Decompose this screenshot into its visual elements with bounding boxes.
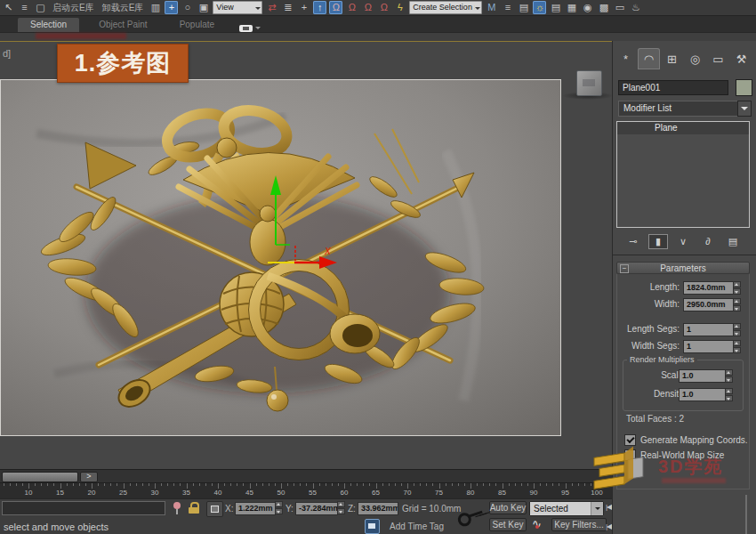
pin-icon[interactable] [173, 502, 181, 514]
real-world-row[interactable]: Real-World Map Size [624, 449, 724, 461]
remove-modifier-icon[interactable]: ∂ [698, 234, 718, 249]
density-spinner[interactable] [725, 388, 733, 401]
next-frame-button[interactable]: > [80, 472, 98, 482]
density-field[interactable]: 1.0 [679, 388, 726, 401]
width-segs-spinner[interactable] [733, 340, 741, 353]
ruler-tick [489, 483, 490, 486]
ruler-frame-label: 30 [151, 489, 159, 497]
default-in-out-tangents-icon[interactable]: ∿ [532, 517, 542, 530]
stack-item-plane[interactable]: Plane [617, 122, 749, 134]
auto-key-button[interactable]: Auto Key [489, 501, 527, 514]
select-and-move-icon[interactable]: + [165, 1, 178, 14]
snaps-toggle-icon[interactable]: Ω [329, 1, 342, 14]
show-end-result-icon[interactable]: ▮ [648, 234, 668, 249]
tab-hierarchy[interactable]: ⊞ [661, 48, 683, 69]
mirror-tool-icon[interactable]: M [485, 1, 498, 14]
perspective-viewport[interactable]: d] [0, 41, 612, 469]
named-selection-combo[interactable]: Create Selection Se [409, 1, 482, 14]
render-setup-icon[interactable]: ▩ [597, 1, 610, 14]
maxscript-mini-listener[interactable] [2, 501, 165, 515]
modifier-list-arrow-button[interactable] [737, 101, 752, 117]
modifier-list-dropdown[interactable]: Modifier List [618, 101, 743, 117]
pin-stack-icon[interactable]: ⊸ [623, 234, 643, 249]
named-sets-lightning-icon[interactable]: ϟ [393, 1, 406, 14]
add-time-tag[interactable]: Add Time Tag [390, 522, 444, 531]
tab-object-paint[interactable]: Object Paint [86, 18, 159, 32]
align-icon[interactable]: ≡ [501, 1, 514, 14]
keyboard-override-icon[interactable] [365, 519, 380, 534]
selection-menu-icon[interactable]: ≡ [18, 1, 31, 14]
width-field[interactable]: 2950.0mm [683, 298, 734, 312]
key-filters-button[interactable]: Key Filters... [551, 518, 607, 531]
width-spinner[interactable] [733, 298, 741, 312]
light-toggle-icon[interactable]: ☼ [533, 1, 546, 14]
length-spinner[interactable] [733, 281, 741, 295]
scale-field[interactable]: 1.0 [679, 369, 726, 383]
tab-modify[interactable]: ◠ [638, 48, 660, 69]
spinner-snap-icon[interactable]: Ω [377, 1, 390, 14]
time-slider-track[interactable]: > [0, 469, 612, 483]
schematic-view-icon[interactable]: ▦ [565, 1, 578, 14]
previous-frame-icon[interactable]: |◀ [606, 503, 611, 511]
select-and-scale-icon[interactable]: ▣ [197, 1, 210, 14]
set-keys-button[interactable] [455, 501, 486, 531]
make-unique-icon[interactable]: ∨ [673, 234, 693, 249]
dropdown-button[interactable] [591, 502, 603, 515]
z-coord-field[interactable]: 33.962mm [358, 502, 398, 515]
angle-snap-icon[interactable]: Ω [345, 1, 358, 14]
tab-utilities[interactable]: ⚒ [730, 48, 752, 69]
real-world-checkbox[interactable] [624, 449, 636, 461]
select-object-icon[interactable]: ↖ [2, 1, 15, 14]
object-name-field[interactable]: Plane001 [618, 80, 728, 95]
tab-selection[interactable]: Selection [18, 18, 79, 32]
time-slider-handle[interactable] [2, 472, 78, 482]
absolute-mode-toggle-icon[interactable] [206, 501, 223, 517]
time-ruler[interactable]: 101520253035404550556065707580859095100 [0, 483, 612, 499]
launch-cloud-library-button[interactable]: 启动云E库 [50, 1, 97, 14]
tab-motion[interactable]: ◎ [684, 48, 706, 69]
scale-spinner[interactable] [725, 369, 733, 383]
graphite-toggle-icon[interactable]: ↑ [313, 1, 326, 14]
previous-key-icon[interactable]: |◀ [606, 522, 611, 530]
selection-lock-icon[interactable] [189, 502, 199, 514]
mirror-icon[interactable]: ⇄ [265, 1, 278, 14]
generate-mapping-row[interactable]: Generate Mapping Coords. [624, 434, 748, 446]
key-set-dropdown[interactable]: Selected [529, 501, 604, 516]
tab-create[interactable]: * [615, 48, 637, 69]
y-coord-field[interactable]: -37.284mm [295, 502, 338, 515]
parameters-rollout-header[interactable]: − Parameters [616, 262, 750, 274]
layer-manager-icon[interactable]: ≣ [281, 1, 294, 14]
ruler-tick [230, 483, 231, 486]
curve-editor-icon[interactable]: ▤ [549, 1, 562, 14]
length-segs-field[interactable]: 1 [683, 323, 734, 336]
tab-populate[interactable]: Populate [167, 18, 227, 32]
y-spinner[interactable] [337, 501, 345, 514]
scene-explorer-icon[interactable]: ▤ [517, 1, 530, 14]
tab-display[interactable]: ▭ [707, 48, 729, 69]
configure-modifier-sets-icon[interactable]: ▤ [723, 234, 743, 249]
object-color-swatch[interactable] [736, 79, 752, 96]
viewport-label-fragment[interactable]: d] [3, 48, 11, 59]
selection-filter-icon[interactable]: ▥ [149, 1, 162, 14]
generate-mapping-checkbox[interactable] [624, 434, 636, 446]
select-and-rotate-icon[interactable]: ○ [181, 1, 194, 14]
x-coord-field[interactable]: 1.222mm [235, 502, 276, 515]
ribbon-minimize-control[interactable] [239, 24, 261, 32]
length-field[interactable]: 1824.0mm [683, 281, 734, 295]
ruler-tick [199, 483, 200, 486]
reference-coordinate-dropdown[interactable]: View [213, 1, 262, 14]
rectangular-selection-icon[interactable]: ▢ [34, 1, 47, 14]
x-spinner[interactable] [275, 501, 283, 514]
unload-cloud-library-button[interactable]: 卸载云E库 [100, 1, 147, 14]
material-editor-icon[interactable]: ◉ [581, 1, 594, 14]
modifier-stack[interactable]: Plane [616, 121, 750, 228]
render-icon[interactable]: ♨ [629, 1, 642, 14]
percent-snap-icon[interactable]: Ω [361, 1, 374, 14]
width-segs-field[interactable]: 1 [683, 340, 734, 353]
reference-image-plane[interactable]: X [0, 79, 561, 436]
set-key-button[interactable]: Set Key [489, 518, 527, 531]
manipulate-icon[interactable]: + [297, 1, 310, 14]
scene-helper-box[interactable] [576, 70, 602, 96]
length-segs-spinner[interactable] [733, 323, 741, 336]
rendered-frame-icon[interactable]: ▭ [613, 1, 626, 14]
